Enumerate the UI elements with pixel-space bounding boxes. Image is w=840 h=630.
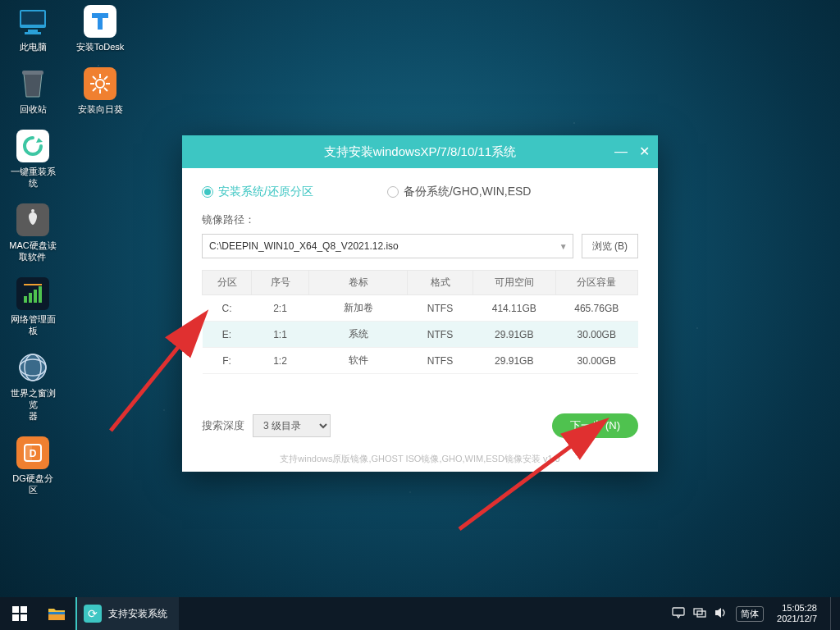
svg-rect-31 — [12, 606, 19, 613]
tray-network-icon[interactable] — [693, 607, 706, 621]
browse-button[interactable]: 浏览 (B) — [582, 234, 638, 258]
tray-ime[interactable]: 简体 — [736, 606, 764, 622]
table-row[interactable]: F: 1:2 软件 NTFS 29.91GB 30.00GB — [203, 348, 638, 374]
table-header-row: 分区 序号 卷标 格式 可用空间 分区容量 — [203, 271, 638, 295]
search-depth-select[interactable]: 3 级目录 — [253, 414, 331, 437]
svg-rect-1 — [21, 11, 44, 25]
th-index: 序号 — [252, 271, 309, 295]
radio-label: 备份系统/GHO,WIN,ESD — [404, 185, 532, 199]
th-volume: 卷标 — [309, 271, 408, 295]
desktop-icon-mac-disk[interactable]: MAC硬盘读 取软件 — [8, 203, 57, 262]
taskbar-app-installer[interactable]: ⟳ 支持安装系统 — [75, 597, 179, 630]
desktop-icon-label: 安装向日葵 — [78, 103, 123, 115]
tray-date: 2021/12/7 — [777, 614, 817, 624]
taskbar-app-label: 支持安装系统 — [108, 607, 167, 621]
svg-rect-7 — [29, 293, 32, 303]
svg-rect-9 — [39, 286, 42, 303]
minimize-button[interactable]: — — [614, 145, 628, 158]
desktop-icon-reinstall-system[interactable]: 一键重装系统 — [8, 130, 57, 189]
partition-table: 分区 序号 卷标 格式 可用空间 分区容量 C: 2:1 新加卷 NTFS 41… — [202, 270, 638, 374]
desktop-icon-sunflower[interactable]: 安装向日葵 — [75, 67, 125, 115]
desktop-icon-network-panel[interactable]: 网络管理面板 — [8, 277, 57, 336]
svg-rect-6 — [24, 296, 27, 303]
desktop-icon-label: 安装ToDesk — [76, 41, 125, 52]
svg-point-18 — [96, 80, 104, 88]
installer-window: 支持安装windowsXP/7/8/10/11系统 — ✕ 安装系统/还原分区 … — [182, 135, 658, 472]
radio-install-restore[interactable]: 安装系统/还原分区 — [202, 185, 313, 199]
radio-dot-icon — [387, 186, 399, 198]
svg-rect-33 — [12, 614, 19, 621]
desktop-icon-label: 此电脑 — [20, 41, 47, 52]
table-row[interactable]: E: 1:1 系统 NTFS 29.91GB 30.00GB — [203, 322, 638, 348]
svg-line-26 — [104, 76, 107, 80]
system-tray: 简体 15:05:28 2021/12/7 — [672, 597, 840, 630]
svg-rect-8 — [34, 290, 37, 303]
search-depth-label: 搜索深度 — [202, 418, 244, 433]
start-button[interactable] — [0, 597, 39, 630]
svg-rect-2 — [28, 30, 38, 32]
radio-dot-icon — [202, 186, 213, 198]
svg-rect-34 — [21, 614, 27, 621]
desktop: 此电脑 回收站 一键重装系统 MAC硬盘读 取软件 网络管理面板 世界之窗浏览 … — [8, 5, 125, 495]
svg-rect-3 — [25, 32, 41, 34]
tray-action-center-icon[interactable] — [672, 607, 685, 621]
tray-volume-icon[interactable] — [714, 607, 728, 621]
dropdown-icon[interactable]: ▼ — [559, 242, 568, 251]
svg-line-24 — [104, 88, 107, 91]
taskbar-app-icon: ⟳ — [84, 605, 102, 623]
desktop-icon-todesk[interactable]: 安装ToDesk — [75, 5, 125, 52]
svg-rect-10 — [24, 284, 42, 285]
radio-label: 安装系统/还原分区 — [218, 185, 313, 199]
th-fs: 格式 — [408, 271, 473, 295]
tray-time: 15:05:28 — [777, 603, 817, 614]
svg-rect-32 — [21, 606, 27, 613]
taskbar: ⟳ 支持安装系统 简体 15:05:28 2021/12/7 — [0, 597, 840, 630]
tray-clock[interactable]: 15:05:28 2021/12/7 — [772, 603, 822, 624]
taskbar-file-explorer[interactable] — [39, 597, 74, 630]
svg-rect-37 — [673, 608, 684, 615]
image-path-label: 镜像路径： — [202, 212, 638, 227]
svg-rect-36 — [48, 612, 65, 614]
th-partition: 分区 — [203, 271, 252, 295]
svg-rect-4 — [22, 71, 43, 75]
desktop-icon-label: 世界之窗浏览 器 — [8, 387, 57, 422]
desktop-icon-dg-partition[interactable]: D DG硬盘分区 — [8, 436, 57, 495]
next-button[interactable]: 下一步 (N) — [552, 413, 638, 438]
svg-line-25 — [93, 88, 96, 91]
image-path-combo[interactable]: C:\DEEPIN_WIN10_X64_Q8_V2021.12.iso ▼ — [202, 234, 573, 258]
table-row[interactable]: C: 2:1 新加卷 NTFS 414.11GB 465.76GB — [203, 295, 638, 322]
titlebar[interactable]: 支持安装windowsXP/7/8/10/11系统 — ✕ — [182, 135, 658, 168]
close-button[interactable]: ✕ — [639, 145, 650, 158]
show-desktop[interactable] — [830, 597, 835, 630]
svg-text:D: D — [30, 448, 37, 459]
image-path-value: C:\DEEPIN_WIN10_X64_Q8_V2021.12.iso — [209, 240, 399, 252]
desktop-icon-recycle-bin[interactable]: 回收站 — [8, 67, 57, 115]
support-text: 支持windows原版镜像,GHOST ISO镜像,GHO,WIM,ESD镜像安… — [202, 453, 638, 465]
th-free: 可用空间 — [473, 271, 556, 295]
desktop-icon-theworld-browser[interactable]: 世界之窗浏览 器 — [8, 351, 57, 422]
svg-line-23 — [93, 76, 96, 80]
radio-backup[interactable]: 备份系统/GHO,WIN,ESD — [387, 185, 532, 199]
desktop-icon-label: 一键重装系统 — [8, 166, 57, 189]
desktop-icon-label: 回收站 — [20, 103, 47, 115]
desktop-icon-label: MAC硬盘读 取软件 — [9, 240, 56, 262]
desktop-icon-label: 网络管理面板 — [8, 313, 57, 336]
svg-point-5 — [31, 209, 34, 212]
desktop-icon-label: DG硬盘分区 — [8, 472, 57, 495]
th-size: 分区容量 — [555, 271, 638, 295]
desktop-icon-this-pc[interactable]: 此电脑 — [8, 5, 57, 52]
window-title: 支持安装windowsXP/7/8/10/11系统 — [324, 144, 516, 160]
